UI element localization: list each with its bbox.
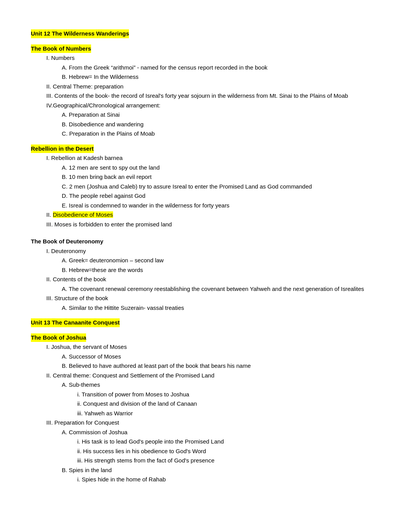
- rebellion-i-d: D. The people rebel against God: [62, 192, 387, 201]
- book-numbers-heading: The Book of Numbers: [31, 41, 387, 53]
- rebellion-iii: III. Moses is forbidden to enter the pro…: [46, 220, 387, 229]
- spacer-1: [31, 229, 387, 235]
- deuteronomy-iii-a: A. Similar to the Hittite Suzerain- vass…: [62, 304, 387, 313]
- rebellion-i-a: A. 12 men are sent to spy out the land: [62, 163, 387, 172]
- joshua-iii-a-ii: ii. His success lies in his obedience to…: [77, 447, 387, 456]
- joshua-ii-a: A. Sub-themes: [62, 381, 387, 389]
- rebellion-i: I. Rebellion at Kadesh barnea: [46, 154, 387, 163]
- numbers-i-a: A. From the Greek “arithmoi” - named for…: [62, 63, 387, 72]
- joshua-iii-b-i: i. Spies hide in the home of Rahab: [77, 475, 387, 484]
- numbers-iv-b: B. Disobedience and wandering: [62, 120, 387, 129]
- numbers-iv-c: C. Preparation in the Plains of Moab: [62, 129, 387, 138]
- deuteronomy-iii: III. Structure of the book: [46, 294, 387, 303]
- joshua-ii-a-ii: ii. Conquest and division of the land of…: [77, 399, 387, 408]
- joshua-iii: III. Preparation for Conquest: [46, 418, 387, 427]
- joshua-i: I. Joshua, the servant of Moses: [46, 343, 387, 352]
- joshua-iii-a: A. Commission of Joshua: [62, 428, 387, 437]
- rebellion-ii: II. Disobedience of Moses: [46, 211, 387, 219]
- deuteronomy-i: I. Deuteronomy: [46, 247, 387, 256]
- joshua-iii-a-i: i. His task is to lead God's people into…: [77, 437, 387, 446]
- deuteronomy-i-b: B. Hebrew=these are the words: [62, 266, 387, 275]
- rebellion-i-c: C. 2 men (Joshua and Caleb) try to assur…: [62, 182, 387, 191]
- joshua-iii-a-iii: iii. His strength stems from the fact of…: [77, 456, 387, 465]
- deuteronomy-ii: II. Contents of the book: [46, 275, 387, 284]
- joshua-i-a: A. Successor of Moses: [62, 352, 387, 361]
- joshua-ii-a-i: i. Transition of power from Moses to Jos…: [77, 390, 387, 399]
- numbers-i-b: B. Hebrew= In the Wilderness: [62, 73, 387, 82]
- rebellion-heading: Rebellion in the Desert: [31, 141, 387, 153]
- joshua-ii: II. Central theme: Conquest and Settleme…: [46, 371, 387, 380]
- joshua-ii-a-iii: iii. Yahweh as Warrior: [77, 409, 387, 418]
- book-joshua-heading: The Book of Joshua: [31, 330, 387, 342]
- rebellion-i-b: B. 10 men bring back an evil report: [62, 173, 387, 182]
- numbers-iv-a: A. Preparation at Sinai: [62, 110, 387, 119]
- numbers-i: I. Numbers: [46, 54, 387, 63]
- deuteronomy-ii-a: A. The covenant renewal ceremony reestab…: [62, 285, 387, 294]
- numbers-iii: III. Contents of the book- the record of…: [46, 92, 387, 100]
- unit13-heading: Unit 13 The Canaanite Conquest: [31, 314, 387, 327]
- rebellion-i-e: E. Isreal is condemned to wander in the …: [62, 201, 387, 210]
- deuteronomy-i-a: A. Greek= deuteronomion – second law: [62, 256, 387, 265]
- unit12-heading: Unit 12 The Wilderness Wanderings: [31, 25, 387, 38]
- numbers-iv: IV.Geographical/Chronological arrangemen…: [46, 101, 387, 110]
- joshua-i-b: B. Believed to have authored at least pa…: [62, 362, 387, 371]
- joshua-iii-b: B. Spies in the land: [62, 466, 387, 475]
- numbers-ii: II. Central Theme: preparation: [46, 82, 387, 91]
- deuteronomy-heading: The Book of Deuteronomy: [31, 237, 387, 246]
